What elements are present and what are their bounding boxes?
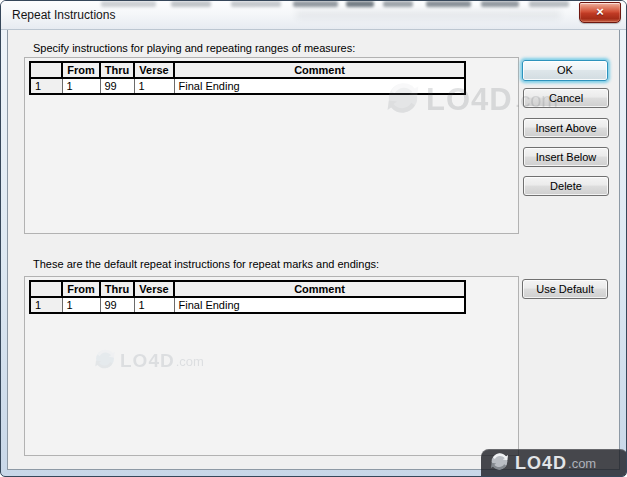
titlebar-blur-artifact xyxy=(346,1,374,7)
column-header-rownum xyxy=(30,62,62,78)
titlebar-blur-artifact xyxy=(481,1,519,7)
ok-button[interactable]: OK xyxy=(522,60,608,81)
cell-rownum[interactable]: 1 xyxy=(30,78,62,94)
cell-comment[interactable]: Final Ending xyxy=(174,297,465,313)
cell-from[interactable]: 1 xyxy=(62,297,100,313)
table-row[interactable]: 1 1 99 1 Final Ending xyxy=(30,297,465,313)
defaults-grid-table: From Thru Verse Comment 1 1 99 1 Final E… xyxy=(29,280,466,314)
playing-grid-container: From Thru Verse Comment 1 1 99 1 Final E… xyxy=(24,57,519,234)
column-header-rownum xyxy=(30,281,62,297)
column-header-verse: Verse xyxy=(134,62,174,78)
close-button[interactable]: × xyxy=(579,2,621,23)
cell-verse[interactable]: 1 xyxy=(134,297,174,313)
titlebar-blur-artifact xyxy=(171,1,211,7)
cell-verse[interactable]: 1 xyxy=(134,78,174,94)
dialog-client-area: Specify instructions for playing and rep… xyxy=(7,30,620,470)
window-title: Repeat Instructions xyxy=(12,8,115,22)
titlebar-blur-artifact xyxy=(383,1,413,7)
column-header-verse: Verse xyxy=(134,281,174,297)
cell-thru[interactable]: 99 xyxy=(100,78,134,94)
cell-rownum[interactable]: 1 xyxy=(30,297,62,313)
insert-below-button[interactable]: Insert Below xyxy=(523,147,609,167)
cell-comment[interactable]: Final Ending xyxy=(174,78,465,94)
column-header-thru: Thru xyxy=(100,62,134,78)
defaults-section-label: These are the default repeat instruction… xyxy=(33,258,379,270)
insert-above-button[interactable]: Insert Above xyxy=(523,118,609,138)
cell-thru[interactable]: 99 xyxy=(100,297,134,313)
table-header-row: From Thru Verse Comment xyxy=(30,62,465,78)
titlebar-blur-artifact xyxy=(101,1,156,7)
playing-grid-table: From Thru Verse Comment 1 1 99 1 Final E… xyxy=(29,61,466,95)
titlebar-blur-artifact xyxy=(293,1,338,7)
titlebar-blur-artifact xyxy=(296,10,561,19)
use-default-button[interactable]: Use Default xyxy=(522,279,608,299)
close-icon: × xyxy=(596,4,604,19)
defaults-grid-container: From Thru Verse Comment 1 1 99 1 Final E… xyxy=(24,276,519,456)
column-header-comment: Comment xyxy=(174,62,465,78)
titlebar-blur-artifact xyxy=(529,1,569,7)
titlebar[interactable]: Repeat Instructions × xyxy=(1,1,627,30)
column-header-from: From xyxy=(62,281,100,297)
playing-section-label: Specify instructions for playing and rep… xyxy=(33,42,355,54)
cell-from[interactable]: 1 xyxy=(62,78,100,94)
column-header-from: From xyxy=(62,62,100,78)
table-row[interactable]: 1 1 99 1 Final Ending xyxy=(30,78,465,94)
titlebar-blur-artifact xyxy=(231,1,281,7)
delete-button[interactable]: Delete xyxy=(523,176,609,196)
table-header-row: From Thru Verse Comment xyxy=(30,281,465,297)
titlebar-blur-artifact xyxy=(426,1,471,7)
cancel-button[interactable]: Cancel xyxy=(523,88,609,108)
repeat-instructions-dialog: Repeat Instructions × Specify instructio… xyxy=(0,0,627,477)
column-header-thru: Thru xyxy=(100,281,134,297)
column-header-comment: Comment xyxy=(174,281,465,297)
